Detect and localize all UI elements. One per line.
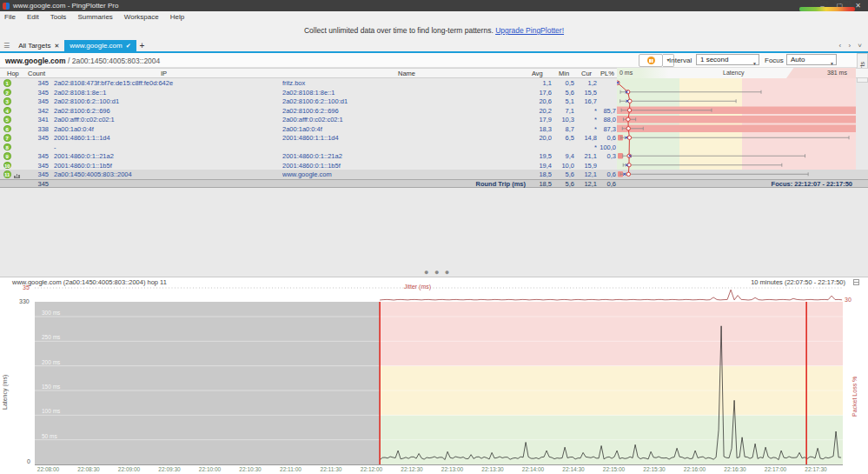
menu-file[interactable]: File bbox=[4, 13, 16, 21]
pause-button[interactable] bbox=[639, 54, 663, 67]
time-tick-220900: 22:09:00 bbox=[118, 466, 140, 472]
time-tick-221230: 22:12:30 bbox=[401, 466, 422, 472]
cell-cur: 1,2 bbox=[574, 79, 597, 87]
menu-summaries[interactable]: Summaries bbox=[77, 13, 112, 21]
focus-select[interactable]: Auto ▼ bbox=[786, 54, 837, 65]
cell-avg: 18,3 bbox=[513, 125, 552, 133]
summary-cur: 12,1 bbox=[574, 180, 597, 188]
cell-ip: 2a02:8100:6:2::696 bbox=[54, 107, 278, 115]
time-tick-221600: 22:16:00 bbox=[684, 466, 706, 472]
gridline-label-50: 50 ms bbox=[42, 433, 57, 439]
cell-count: 345 bbox=[0, 152, 49, 160]
menu-bar: FileEditToolsSummariesWorkspaceHelp bbox=[0, 11, 868, 23]
cell-name: 2a02:8100:6:2::696 bbox=[282, 107, 526, 115]
pause-icon bbox=[647, 57, 655, 64]
cell-cur: * bbox=[574, 107, 597, 115]
cell-ip: 2001:4860:0:1::21a2 bbox=[54, 152, 278, 160]
cell-avg: 17,6 bbox=[513, 89, 552, 97]
time-tick-221430: 22:14:30 bbox=[562, 466, 584, 472]
cell-ip: 2001:4860:0:1::1b5f bbox=[54, 162, 278, 170]
cell-cur: 15,9 bbox=[574, 162, 597, 170]
legend-200ms: 200ms bbox=[834, 0, 851, 5]
panel-splitter-handle[interactable]: ● ● ● bbox=[424, 268, 451, 277]
cell-cur: * bbox=[574, 125, 597, 133]
cell-count: 341 bbox=[0, 116, 49, 124]
cell-min: 10,0 bbox=[552, 162, 574, 170]
cell-ip: 2a00:1a0:0:4f bbox=[54, 125, 278, 133]
menu-workspace[interactable]: Workspace bbox=[124, 13, 159, 21]
jitter-axis-max: 35 bbox=[23, 284, 30, 290]
gridline-label-200: 200 ms bbox=[42, 359, 60, 365]
cell-avg: 18,5 bbox=[513, 170, 552, 178]
col-pl[interactable]: PL% bbox=[600, 70, 614, 77]
cell-ip: 2001:4860:1:1::1d4 bbox=[54, 134, 278, 142]
tab-active-label: www.google.com bbox=[70, 42, 122, 50]
jitter-strip bbox=[35, 285, 843, 302]
col-name[interactable]: Name bbox=[398, 70, 415, 77]
time-tick-221200: 22:12:00 bbox=[361, 466, 382, 472]
cell-cur: * bbox=[574, 116, 597, 124]
time-tick-221130: 22:11:30 bbox=[321, 466, 342, 472]
tab-close-icon[interactable]: ✕ bbox=[54, 43, 59, 50]
cell-cur: 16,7 bbox=[574, 97, 597, 105]
col-min[interactable]: Min bbox=[559, 70, 569, 77]
time-tick-221400: 22:14:00 bbox=[522, 466, 544, 472]
col-avg[interactable]: Avg bbox=[532, 70, 543, 77]
latency-scale-title: Latency bbox=[723, 70, 745, 76]
menu-tools[interactable]: Tools bbox=[50, 13, 67, 21]
cell-count: 338 bbox=[0, 125, 49, 133]
cell-min: 8,7 bbox=[552, 125, 574, 133]
tab-check-icon: ✔ bbox=[126, 43, 131, 50]
cell-pl: 85,7 bbox=[597, 107, 616, 115]
menu-edit[interactable]: Edit bbox=[27, 13, 39, 21]
close-button[interactable]: ✕ bbox=[855, 2, 861, 10]
app-icon bbox=[3, 3, 10, 10]
cell-name: 2001:4860:0:1::1b5f bbox=[282, 162, 526, 170]
latency-scale-header: 0 ms Latency 381 ms bbox=[617, 68, 856, 78]
cell-count: 345 bbox=[0, 89, 49, 97]
cell-name: fritz.box bbox=[282, 79, 526, 87]
tab-www-google-com[interactable]: www.google.com ✔ bbox=[64, 40, 136, 51]
cell-min: 9,4 bbox=[552, 152, 574, 160]
time-axis: 22:08:0022:08:3022:09:0022:09:3022:10:00… bbox=[35, 466, 843, 474]
legend-gradient-bar bbox=[799, 7, 855, 11]
interval-label: Interval bbox=[669, 57, 692, 64]
col-count[interactable]: Count bbox=[28, 70, 45, 77]
tab-all-targets[interactable]: All Targets ✕ bbox=[13, 40, 64, 51]
time-tick-220930: 22:09:30 bbox=[158, 466, 180, 472]
summary-count: 345 bbox=[0, 180, 49, 188]
menu-help[interactable]: Help bbox=[170, 13, 184, 21]
target-host: www.google.com bbox=[5, 57, 66, 65]
upgrade-link[interactable]: Upgrade PingPlotter! bbox=[495, 26, 564, 35]
cell-min: 7,1 bbox=[552, 107, 574, 115]
cell-pl: 0,6 bbox=[597, 170, 616, 178]
cell-name: 2a00:1a0:0:4f bbox=[282, 125, 526, 133]
time-tick-220800: 22:08:00 bbox=[37, 466, 59, 472]
cell-name: www.google.com bbox=[282, 170, 526, 178]
packetloss-axis-max: 30 bbox=[845, 297, 851, 303]
interval-select[interactable]: 1 second ▼ bbox=[696, 54, 759, 65]
col-cur[interactable]: Cur bbox=[581, 70, 592, 77]
target-ip: 2a00:1450:4005:803::2004 bbox=[72, 57, 161, 65]
summary-min: 5,6 bbox=[552, 180, 574, 188]
cell-min: 6,5 bbox=[552, 134, 574, 142]
tab-all-targets-label: All Targets bbox=[18, 42, 50, 50]
cell-name: 2a02:8108:1:8e::1 bbox=[282, 89, 526, 97]
target-bar: www.google.com / 2a00:1450:4005:803::200… bbox=[0, 53, 868, 68]
cell-min: 5,1 bbox=[552, 97, 574, 105]
target-list-icon[interactable]: ☰ bbox=[3, 42, 10, 50]
tab-scroll-arrows[interactable]: ‹ › ˅ bbox=[839, 42, 865, 50]
cell-min: 10,3 bbox=[552, 116, 574, 124]
cell-ip: 2a02:8108:1:8e::1 bbox=[54, 89, 278, 97]
col-ip[interactable]: IP bbox=[161, 70, 167, 77]
time-tick-221000: 22:10:00 bbox=[199, 466, 221, 472]
cell-pl: 100,0 bbox=[597, 144, 616, 151]
timeline-plot[interactable]: 300 ms250 ms200 ms150 ms100 ms50 ms bbox=[35, 302, 843, 465]
cell-pl: 0,3 bbox=[597, 152, 616, 160]
col-hop[interactable]: Hop bbox=[7, 70, 19, 77]
cell-min: 0,5 bbox=[552, 79, 574, 87]
new-tab-button[interactable]: + bbox=[140, 41, 145, 50]
cell-avg: 20,2 bbox=[513, 107, 552, 115]
cell-cur: 15,5 bbox=[574, 89, 597, 97]
timeline-options-icon[interactable] bbox=[853, 279, 859, 285]
